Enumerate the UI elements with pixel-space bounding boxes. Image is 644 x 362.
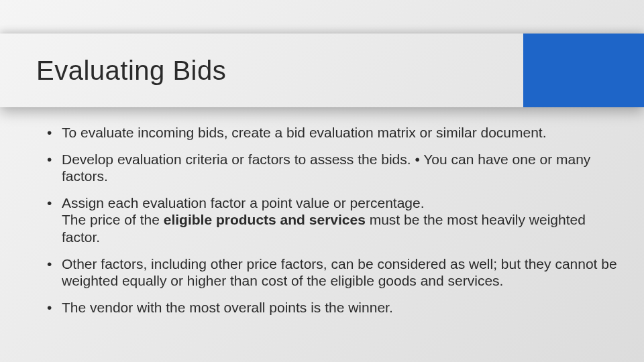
- slide-title: Evaluating Bids: [0, 56, 226, 86]
- inline-bullet-icon: [411, 152, 424, 167]
- list-item: The vendor with the most overall points …: [47, 299, 619, 316]
- list-item: Develop evaluation criteria or factors t…: [47, 151, 619, 185]
- bullet-text: Assign each evaluation factor a point va…: [62, 195, 425, 210]
- bullet-text: The vendor with the most overall points …: [62, 300, 393, 315]
- bullet-text-bold: eligible products and services: [164, 212, 366, 227]
- list-item: Other factors, including other price fac…: [47, 255, 619, 290]
- list-item: Assign each evaluation factor a point va…: [47, 194, 619, 246]
- bullet-text: To evaluate incoming bids, create a bid …: [62, 125, 547, 140]
- bullet-list: To evaluate incoming bids, create a bid …: [47, 124, 619, 316]
- bullet-text: Other factors, including other price fac…: [62, 256, 617, 289]
- bullet-text: The price of the: [62, 212, 164, 227]
- slide-content: To evaluate incoming bids, create a bid …: [47, 124, 619, 325]
- list-item: To evaluate incoming bids, create a bid …: [47, 124, 619, 141]
- bullet-text: Develop evaluation criteria or factors t…: [62, 152, 411, 167]
- accent-block: [523, 34, 644, 107]
